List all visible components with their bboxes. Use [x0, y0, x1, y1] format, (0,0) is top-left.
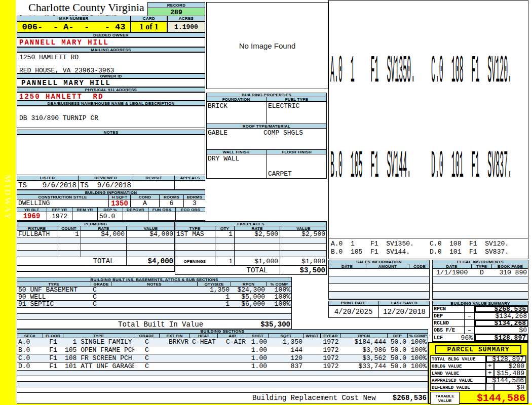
sales-header: SALES INFORMATION	[328, 260, 430, 264]
parcel-row: LAND VALUE + $15,489	[430, 370, 526, 377]
print-info-section: PRINT DATE LAST SAVED 4/20/2025 12/20/20…	[328, 301, 430, 318]
built-in-row: 50 UNF BASEMENT C 1,350 $24,300 100%	[17, 287, 292, 294]
floor-finish-value: CARPET HARDWOOD TILE	[267, 154, 327, 178]
building-sections-header: BUILDING SECTIONS	[17, 329, 428, 334]
no-image-text: No Image Found	[239, 42, 296, 50]
building-value-summary: BUILDING VALUE SUMMARY RPCN $268,536 DEP…	[432, 301, 528, 342]
sketch-area: A.0 1 F1 SV1350. C.0 108 F1 SV120. B.0 1…	[328, 0, 528, 238]
built-in-row: 90 WELL C 1 $5,000 100%	[17, 294, 292, 301]
remyr-label: REM YR	[72, 208, 98, 212]
physical-address-label: PHYSICAL 911 ADDRESS	[17, 87, 205, 92]
sketch-legend: A.0 1 F1 SV1350. C.0 108 F1 SV120. B.0 1…	[328, 238, 528, 259]
built-ins-total-row: Total Built In Value $35,300	[17, 320, 292, 329]
building-section-row: D.0 F1 101 ATT UNF GARAGE C 1.00 837 197…	[17, 362, 428, 371]
appeals-cell	[175, 181, 205, 189]
building-properties-section: BUILDING PROPERTIES FOUNDATION FUEL TYPE…	[206, 93, 327, 179]
bdrms-label: BDRMS	[184, 195, 205, 199]
dba-label: DBA/BUISNESS NAME/HOUSE NAME & LEGAL DES…	[17, 101, 205, 106]
building-properties-header: BUILDING PROPERTIES	[206, 93, 327, 97]
review-table: LISTED REVIEWED REVISIT APPEALS TS9/6/20…	[17, 176, 205, 190]
dep-value: 50.0	[98, 212, 123, 220]
fireplace-row: 1ST MAS 1 $2,500 $2,500	[175, 231, 327, 237]
card-value: 1 of 1	[131, 21, 167, 32]
deeded-owner-label: DEEDED OWNER	[17, 32, 205, 37]
sketch-vector-line1: A.0 1 F1 SV1350. C.0 108 F1 SV120.	[330, 49, 512, 93]
lcf-cell: LCF 96%	[432, 334, 475, 341]
sketch-legend-line1: A.0 1 F1 SV1350. C.0 108 F1 SV120.	[331, 240, 528, 248]
foundation-value: BRICK	[206, 102, 267, 124]
mailing-line2: RED HOUSE, VA 23963-3963	[17, 61, 205, 73]
property-record-card: { "sidebar": { "district": "MIDWAY" }, "…	[0, 0, 532, 405]
print-date-label: PRINT DATE	[328, 301, 379, 305]
building-section-row: C.0 F1 108 FR SCREEN PCH C 1.00 120 1972…	[17, 354, 428, 362]
taxable-value: $144,586	[460, 392, 526, 404]
county-title: Charlotte County Virginia	[28, 1, 160, 14]
sales-information-section: SALES INFORMATION DATE AMOUNT CODE	[328, 260, 430, 299]
fireplaces-total-row: TOTAL $3,500	[175, 266, 327, 275]
fireplaces-header: FIREPLACES	[175, 221, 327, 226]
built-ins-header: BUILDING BUILT INS, BASEMENTS, ATTICS & …	[17, 277, 292, 282]
parcel-summary: PARCEL SUMMARY TOTAL BLDG VALUE $128,897…	[428, 342, 528, 404]
reviewed-cell: TS9/6/2018	[79, 181, 133, 189]
taxable-value-label: TAXABLE VALUE	[430, 392, 460, 404]
legal-instruments-section: LEGAL INSTRUMENTS DATE TYPE BOOK PAGE 1/…	[432, 260, 528, 299]
owner-id-value: PANNELL MARY HILL	[17, 78, 205, 87]
physical-address-value: 1250 HAMLETT RD	[17, 92, 205, 101]
fuel-type-value: ELECTRIC	[267, 102, 327, 124]
roof-material-value: COMP SHGLS	[262, 129, 327, 149]
depovr-value	[123, 212, 148, 220]
mailing-address-box: 1250 HAMLETT RD RED HOUSE, VA 23963-3963	[17, 52, 205, 73]
deeded-owner-value: PANNELL MARY HILL	[17, 37, 205, 47]
cond-value: A	[131, 199, 160, 207]
photo-placeholder: No Image Found	[206, 2, 328, 89]
foundation-label: FOUNDATION	[206, 97, 267, 101]
parcel-row: APPRAISED VALUE $144,586	[430, 377, 526, 384]
legal-header: LEGAL INSTRUMENTS	[432, 260, 528, 264]
built-in-row: 91 SEPTIC C 1 $6,000 100%	[17, 301, 292, 308]
listed-cell: TS9/6/2018	[17, 181, 79, 189]
replacement-cost-row: Building Replacement Cost New $268,536	[17, 393, 428, 403]
sketch-vector-line2: B.0 105 F1 SV144. D.0 101 F1 SV837.	[330, 144, 512, 188]
construction-style-label: CONSTRUCTION STYLE	[17, 195, 109, 199]
construction-style-value: DWELLING	[17, 199, 109, 207]
reviewed-label: REVIEWED	[79, 176, 133, 180]
parcel-row: TOTAL BLDG VALUE $128,897	[430, 355, 526, 362]
building-sections-table: BUILDING SECTIONS SEC# FLOOR TYPE GRADE …	[17, 329, 428, 403]
parcel-row: OBLDG VALUE + $200	[430, 362, 526, 370]
plumbing-total-row: TOTAL $4,000	[17, 257, 175, 266]
acres-label: ACRES	[167, 16, 205, 21]
parcel-summary-header: PARCEL SUMMARY	[435, 345, 521, 354]
roof-type-value: GABLE	[206, 129, 262, 149]
hsqft-value: 1350	[109, 199, 131, 207]
value-summary-header: BUILDING VALUE SUMMARY	[432, 301, 528, 306]
floor-finish-label: FLOOR FINISH	[267, 150, 327, 154]
appeals-label: APPEALS	[175, 176, 205, 180]
rooms-value: 6	[160, 199, 184, 207]
legal-instrument-row: 1/1/1900 D 310 890	[432, 269, 528, 276]
yrblt-value: 1969	[17, 212, 47, 220]
building-section-row: A.0 F1 1 SINGLE FAMILY C BRKVR C-HEAT C-…	[17, 338, 428, 346]
sketch-legend-line2: B.0 105 F1 SV144. D.0 101 F1 SV837.	[331, 248, 528, 256]
map-number-label: MAP NUMBER	[17, 16, 131, 21]
notes-label: NOTES	[17, 130, 205, 135]
revisit-cell	[133, 181, 175, 189]
wall-finish-label: WALL FINISH	[206, 150, 267, 154]
fireplaces-section: FIREPLACES TYPE QTY RATE VALUE 1ST MAS 1…	[175, 221, 327, 275]
dba-value: DB 310/890 TURNIP CR	[17, 106, 205, 128]
last-saved-label: LAST SAVED	[379, 301, 430, 305]
record-label: RECORD	[147, 2, 205, 8]
taxable-value-row: TAXABLE VALUE $144,586	[430, 392, 526, 404]
yrblt-label: YR BLT	[17, 208, 47, 212]
mailing-address-label: MAILING ADDRESS	[17, 47, 205, 52]
acres-value: 1.1900	[167, 21, 205, 32]
dep-label: DEP %	[98, 208, 123, 212]
listed-label: LISTED	[17, 176, 79, 180]
funobs-value	[148, 212, 176, 220]
print-date-value: 4/20/2025	[328, 306, 379, 317]
cond-label: COND	[131, 195, 160, 199]
revisit-label: REVISIT	[133, 176, 175, 180]
ecoobs-value	[176, 212, 205, 220]
fuel-type-label: FUEL TYPE	[267, 97, 327, 101]
effyr-label: EFF YR	[47, 208, 72, 212]
building-info-table: CONSTRUCTION STYLE H SQFT COND ROOMS BDR…	[17, 195, 205, 221]
